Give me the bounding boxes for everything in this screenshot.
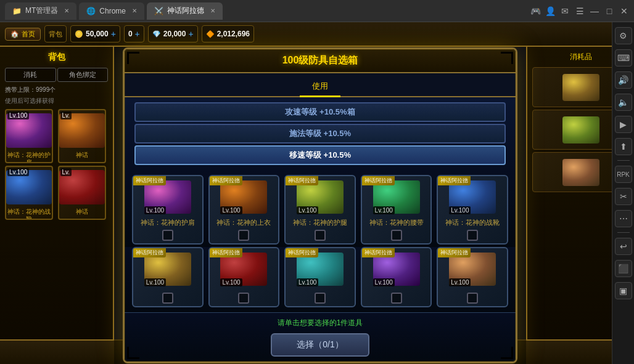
modal-corner-br [501,347,513,359]
currency1-section: 🪙 50,000 + [70,25,120,42]
browser-icon-gamepad[interactable]: 🎮 [530,6,540,16]
list-item[interactable]: Lv.100 神话：花神的护肩 [5,109,53,163]
modal-item-level-2: Lv.100 [297,206,318,214]
browser-icon-maximize[interactable]: □ [604,6,614,16]
item-badge-8: 神话阿拉德 [362,248,395,257]
carry-limit: 携带上限：9999个 [5,86,108,94]
browser-icon-user[interactable]: 👤 [545,6,555,16]
toolbar-more[interactable]: ⋯ [615,210,632,227]
modal-item-checkbox-8[interactable] [391,293,402,304]
modal-tab-use[interactable]: 使用 [300,77,340,97]
currency4-section: 🔶 2,012,696 [202,25,254,42]
currency1-value: 50,000 [86,30,109,38]
filter-tab-move[interactable]: 移速等级 +10.5% [134,145,506,165]
modal-item-checkbox-6[interactable] [238,293,249,304]
modal-items-grid-2: 神话阿拉德 Lv.100 神话阿拉德 [125,247,516,312]
toolbar-keyboard[interactable]: ⌨ [615,49,632,67]
item-badge-2: 神话阿拉德 [286,176,318,185]
sidebar-tab-consume[interactable]: 消耗 [5,68,56,82]
toolbar-sep-2 [617,232,630,233]
backpack-section: 背包 [44,25,67,42]
modal-item-9[interactable]: 神话阿拉德 Lv.100 [437,247,508,307]
modal-item-2[interactable]: 神话阿拉德 Lv.100 神话：花神的护腿 [284,175,356,244]
browser-controls: 🎮 👤 ✉ ☰ — □ ✕ [530,6,629,16]
home-button[interactable]: 🏠 首页 [5,28,41,41]
modal-item-6[interactable]: 神话阿拉德 Lv.100 [208,247,280,307]
modal-item-checkbox-9[interactable] [467,293,478,304]
filter-tab-attack[interactable]: 攻速等级 +10.5%箱 [134,102,506,122]
currency1-icon: 🪙 [75,30,83,38]
currency4-icon: 🔶 [206,30,215,38]
modal-item-level-4: Lv.100 [449,206,471,214]
tab-game-close[interactable]: ✕ [210,7,215,14]
modal-bottom: 请单击想要选择的1件道具 选择（0/1） [125,312,516,362]
main-area: 背包 消耗 角色绑定 携带上限：9999个 使用后可选择获得 Lv.100 神话… [0,47,634,364]
sidebar-tab-role[interactable]: 角色绑定 [57,68,109,82]
modal-item-4[interactable]: 神话阿拉德 Lv.100 神话：花神的战靴 [437,175,508,244]
home-icon: 🏠 [10,30,19,38]
toolbar-square[interactable]: ▣ [615,282,632,299]
modal-item-0[interactable]: 神话阿拉德 Lv.100 神话：花神的护肩 [132,175,204,244]
modal-item-checkbox-4[interactable] [467,230,478,241]
right-toolbar: ⚙ ⌨ 🔊 🔈 ▶ ⬆ RPK ✂ ⋯ ↩ ⬛ ▣ [612,22,634,364]
tab-game[interactable]: ⚔️ 神话阿拉德 ✕ [147,2,223,20]
tab-game-label: 神话阿拉德 [167,6,204,16]
modal-item-5[interactable]: 神话阿拉德 Lv.100 [132,247,204,307]
modal-item-checkbox-3[interactable] [391,230,402,241]
toolbar-play[interactable]: ▶ [615,116,632,133]
browser-icon-mail[interactable]: ✉ [560,6,570,16]
modal-item-name-4: 神话：花神的战靴 [445,218,500,227]
browser-chrome: 📁 MT管理器 ✕ 🌐 Chrome ✕ ⚔️ 神话阿拉德 ✕ 🎮 👤 ✉ ☰ … [0,0,634,22]
browser-icon-close[interactable]: ✕ [619,6,629,16]
filter-tab-cast[interactable]: 施法等级 +10.5% [134,124,506,144]
right-item-visual-0 [562,74,599,101]
tab-chrome-close[interactable]: ✕ [132,7,137,14]
currency4-value: 2,012,696 [217,30,250,38]
list-item[interactable]: Lv. 神话 [58,166,106,220]
item-badge-9: 神话阿拉德 [438,248,471,257]
modal-select-button[interactable]: 选择（0/1） [271,333,369,357]
currency2-add[interactable]: + [135,29,140,39]
item-name-0: 神话：花神的护肩 [6,150,52,163]
home-label: 首页 [22,30,35,39]
tab-chrome[interactable]: 🌐 Chrome ✕ [79,2,144,20]
currency3-value: 20,000 [163,30,186,38]
modal-item-checkbox-2[interactable] [315,230,326,241]
modal-item-8[interactable]: 神话阿拉德 Lv.100 [361,247,432,307]
item-badge-6: 神话阿拉德 [210,248,242,257]
currency2-value: 0 [128,30,133,38]
list-item[interactable]: Lv.100 神话：花神的战靴 [5,166,53,220]
toolbar-scissors[interactable]: ✂ [615,188,632,205]
currency1-add[interactable]: + [111,29,116,39]
tab-game-icon: ⚔️ [154,7,163,15]
modal-item-checkbox-0[interactable] [162,230,173,241]
toolbar-settings[interactable]: ⚙ [615,27,632,44]
modal-item-checkbox-5[interactable] [162,293,173,304]
item-name-2: 神话：花神的战靴 [6,207,52,220]
tab-mt-manager[interactable]: 📁 MT管理器 ✕ [5,2,76,20]
toolbar-volume-down[interactable]: 🔈 [615,94,632,111]
use-hint: 使用后可选择获得 [5,97,108,105]
modal-item-level-8: Lv.100 [373,278,395,286]
modal-item-3[interactable]: 神话阿拉德 Lv.100 神话：花神的腰带 [361,175,432,244]
list-item[interactable]: Lv. 神话 [58,109,106,163]
modal-corner-tl [127,52,139,64]
toolbar-rpk[interactable]: RPK [615,166,632,183]
toolbar-upload[interactable]: ⬆ [615,138,632,155]
modal-item-checkbox-7[interactable] [315,293,326,304]
modal-item-1[interactable]: 神话阿拉德 Lv.100 神话：花神的上衣 [208,175,280,244]
toolbar-back[interactable]: ↩ [615,238,632,255]
toolbar-home[interactable]: ⬛ [615,260,632,277]
browser-icon-menu[interactable]: ☰ [575,6,585,16]
modal-item-7[interactable]: 神话阿拉德 Lv.100 [284,247,356,307]
right-item-visual-2 [562,159,599,186]
tab-chrome-label: Chrome [99,7,126,15]
tab-mt-close[interactable]: ✕ [64,7,69,14]
browser-icon-minimize[interactable]: — [590,6,599,16]
sidebar-item-grid: Lv.100 神话：花神的护肩 Lv. 神话 Lv.100 神话：花神的战靴 [5,109,108,220]
currency3-add[interactable]: + [188,29,193,39]
modal-item-name-0: 神话：花神的护肩 [141,218,195,227]
toolbar-volume-up[interactable]: 🔊 [615,71,632,89]
item-level-2: Lv.100 [7,168,29,176]
modal-item-checkbox-1[interactable] [238,230,249,241]
